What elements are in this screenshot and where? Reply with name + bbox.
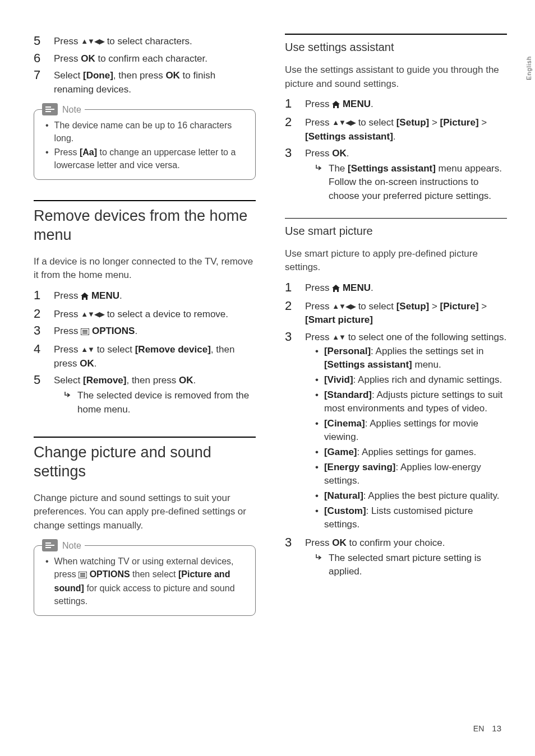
step-number: 7 <box>34 68 46 82</box>
text: . <box>135 326 137 336</box>
text: . <box>119 290 122 301</box>
note-label: Note <box>62 539 81 552</box>
done-label: [Done] <box>83 70 113 81</box>
nav-arrows-icon: ▲▼◀▶ <box>332 118 356 127</box>
text: [Personal]: Applies the settings set in … <box>324 345 507 372</box>
step-1: 1 Press MENU. <box>285 280 507 296</box>
step-text: Press MENU. <box>305 280 507 296</box>
list-item: [Standard]: Adjusts picture settings to … <box>315 388 507 416</box>
text: : Applies settings for games. <box>357 447 477 457</box>
options-label: OPTIONS <box>92 326 135 336</box>
text: Press <box>305 117 332 128</box>
text: [Custom]: Lists customised picture setti… <box>324 504 507 532</box>
text: Press <box>54 36 81 47</box>
step-text: Press ▲▼◀▶ to select [Setup] > [Picture]… <box>305 299 507 327</box>
text: to confirm each character. <box>95 53 207 64</box>
settings-assistant-label: [Settings assistant] <box>348 163 436 174</box>
text: menu. <box>412 359 441 370</box>
text: to select <box>94 344 135 355</box>
text: > <box>479 301 487 312</box>
home-icon <box>332 282 340 296</box>
smart-picture-heading: Use smart picture <box>285 218 507 239</box>
nav-arrows-icon: ▲▼◀▶ <box>81 37 104 45</box>
text: Press <box>54 290 81 301</box>
options-icon <box>81 326 89 340</box>
note-icon <box>42 539 58 551</box>
assist-intro: Use the settings assistant to guide you … <box>285 63 507 91</box>
result-text: The selected device is removed from the … <box>77 389 256 416</box>
text: . <box>94 358 97 369</box>
language-tab: English <box>525 56 534 80</box>
note-header: Note <box>42 539 85 552</box>
step-number: 5 <box>34 34 46 48</box>
remove-steps: 1 Press MENU. 2 Press ▲▼◀▶ to select a d… <box>34 288 256 416</box>
step-result: The [Settings assistant] menu appears. F… <box>305 162 507 203</box>
ok-label: OK <box>179 375 193 386</box>
step-number: 4 <box>34 342 46 356</box>
step-5: 5 Press ▲▼◀▶ to select characters. <box>34 34 256 49</box>
setup-label: [Setup] <box>396 117 430 128</box>
result-arrow-icon <box>315 551 323 579</box>
list-item: [Personal]: Applies the settings set in … <box>315 345 507 372</box>
step-number: 5 <box>34 373 46 387</box>
text: Press <box>305 332 332 342</box>
ok-label: OK <box>81 53 95 64</box>
step-1: 1 Press MENU. <box>34 288 256 304</box>
text: > <box>479 117 487 128</box>
step-2: 2 Press ▲▼◀▶ to select [Setup] > [Pictur… <box>285 115 507 143</box>
text: Press <box>54 53 81 64</box>
text: then select <box>130 569 178 579</box>
step-number: 1 <box>285 280 297 295</box>
text: Press <box>54 147 80 157</box>
text: Press <box>54 309 81 319</box>
remove-intro: If a device is no longer connected to th… <box>34 255 256 282</box>
text: . <box>393 131 396 142</box>
step-1: 1 Press MENU. <box>285 96 507 113</box>
result-text: The selected smart picture setting is ap… <box>329 551 507 579</box>
text: [Vivid]: Applies rich and dynamic settin… <box>324 373 502 387</box>
rename-steps-continued: 5 Press ▲▼◀▶ to select characters. 6 Pre… <box>34 34 256 97</box>
standard-label: [Standard] <box>324 389 372 400</box>
energy-saving-label: [Energy saving] <box>324 462 396 472</box>
right-column: Use settings assistant Use the settings … <box>285 34 507 616</box>
result-text: The [Settings assistant] menu appears. F… <box>329 162 507 203</box>
step-7: 7 Select [Done], then press OK to finish… <box>34 68 256 96</box>
game-label: [Game] <box>324 447 357 457</box>
step-text: Press OK. The [Settings assistant] menu … <box>305 146 507 203</box>
text: Press <box>54 344 81 355</box>
step-3: 3 Press ▲▼ to select one of the followin… <box>285 330 507 533</box>
nav-ud-icon: ▲▼ <box>332 333 345 341</box>
step-3: 3 Press OPTIONS. <box>34 323 256 340</box>
text: > <box>429 117 440 128</box>
step-text: Press OK to confirm your choice. The sel… <box>305 535 507 579</box>
text: . <box>193 375 196 386</box>
settings-assistant-heading: Use settings assistant <box>285 34 507 55</box>
list-item: [Custom]: Lists customised picture setti… <box>315 504 507 532</box>
text: to select characters. <box>104 36 192 47</box>
step-result: The selected device is removed from the … <box>54 389 256 416</box>
ok-label: OK <box>332 148 347 159</box>
step-text: Press ▲▼ to select one of the following … <box>305 330 507 533</box>
ok-label: OK <box>332 537 347 548</box>
options-icon <box>79 569 87 582</box>
step-2: 2 Press ▲▼◀▶ to select a device to remov… <box>34 307 256 322</box>
picture-label: [Picture] <box>440 301 479 312</box>
list-item: [Game]: Applies settings for games. <box>315 446 507 460</box>
step-number: 3 <box>285 146 297 160</box>
step-text: Press ▲▼◀▶ to select a device to remove. <box>54 307 256 322</box>
note-box-rename: Note The device name can be up to 16 cha… <box>34 109 256 180</box>
step-3: 3 Press OK. The [Settings assistant] men… <box>285 146 507 203</box>
settings-assistant-label: [Settings assistant] <box>324 359 412 370</box>
step-number: 2 <box>285 299 297 313</box>
step-text: Select [Remove], then press OK. The sele… <box>54 373 256 416</box>
aa-label: [Aa] <box>80 147 97 157</box>
assist-steps: 1 Press MENU. 2 Press ▲▼◀▶ to select [Se… <box>285 96 507 203</box>
text: Select <box>54 70 83 81</box>
step-text: Press MENU. <box>54 288 256 304</box>
step-number: 6 <box>34 51 46 66</box>
text: The <box>329 163 348 174</box>
custom-label: [Custom] <box>324 505 366 516</box>
text: , then press <box>113 70 166 81</box>
menu-label: MENU <box>343 99 371 109</box>
text: > <box>429 301 440 312</box>
